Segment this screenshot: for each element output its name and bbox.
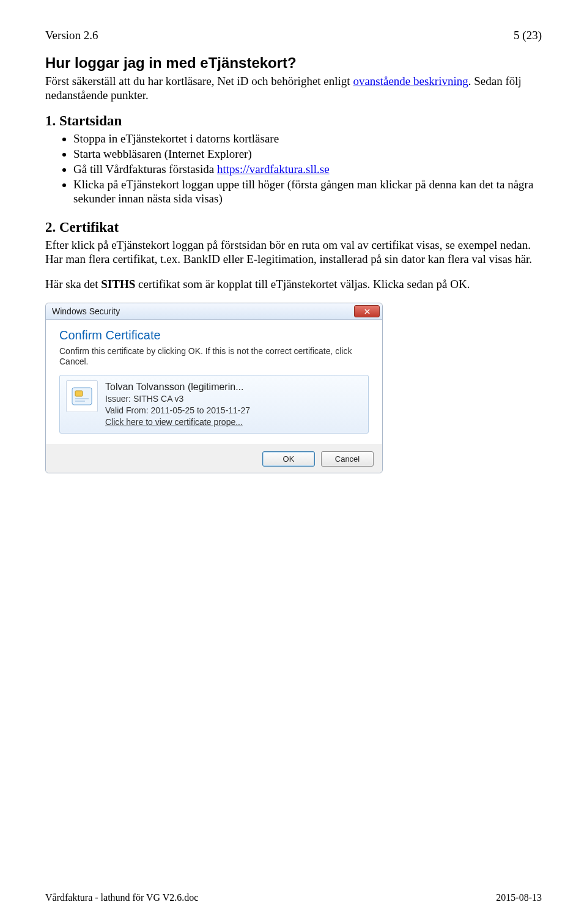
certificate-details: Tolvan Tolvansson (legitimerin... Issuer… xyxy=(105,380,250,428)
dialog-heading: Confirm Certificate xyxy=(59,328,369,342)
certificate-issuer: Issuer: SITHS CA v3 xyxy=(105,393,250,405)
dialog-titlebar: Windows Security xyxy=(46,303,382,320)
dialog-footer: OK Cancel xyxy=(46,445,382,473)
section-2-heading: 2. Certifikat xyxy=(45,220,542,235)
page-title: Hur loggar jag in med eTjänstekort? xyxy=(45,54,542,72)
windows-security-dialog: Windows Security Confirm Certificate Con… xyxy=(45,303,383,473)
certificate-name: Tolvan Tolvansson (legitimerin... xyxy=(105,380,250,394)
page-footer: Vårdfaktura - lathund för VG V2.6.doc 20… xyxy=(45,892,542,903)
siths-bold: SITHS xyxy=(101,278,135,290)
text: Här ska det xyxy=(45,278,101,290)
list-item: Starta webbläsaren (Internet Explorer) xyxy=(73,147,542,161)
section-1-heading: 1. Startsidan xyxy=(45,113,542,129)
svg-rect-3 xyxy=(75,401,85,402)
footer-right: 2015-08-13 xyxy=(496,892,542,903)
section-1-bullets: Stoppa in eTjänstekortet i datorns kortl… xyxy=(73,131,542,206)
section-2-para-1: Efter klick på eTjänstekort loggan på fö… xyxy=(45,238,542,266)
footer-left: Vårdfaktura - lathund för VG V2.6.doc xyxy=(45,892,198,903)
list-item: Stoppa in eTjänstekortet i datorns kortl… xyxy=(73,131,542,146)
list-item: Klicka på eTjänstekort loggan uppe till … xyxy=(73,177,542,207)
svg-rect-2 xyxy=(75,398,89,399)
dialog-title-text: Windows Security xyxy=(52,306,120,316)
intro-paragraph: Först säkerställ att du har kortläsare, … xyxy=(45,74,542,102)
intro-link[interactable]: ovanstående beskrivning xyxy=(353,75,468,87)
text: certifikat som är kopplat till eTjänstek… xyxy=(135,278,470,290)
ok-button[interactable]: OK xyxy=(262,451,315,467)
page-header: Version 2.6 5 (23) xyxy=(45,29,542,42)
close-icon xyxy=(364,306,370,316)
page-number: 5 (23) xyxy=(514,29,542,42)
bullet-text: Gå till Vårdfakturas förstasida xyxy=(73,163,217,176)
svg-rect-1 xyxy=(75,391,83,396)
view-certificate-link[interactable]: Click here to view certificate prope... xyxy=(105,417,243,427)
intro-text-1: Först säkerställ att du har kortläsare, … xyxy=(45,75,353,87)
cancel-button[interactable]: Cancel xyxy=(321,451,374,467)
certificate-valid: Valid From: 2011-05-25 to 2015-11-27 xyxy=(105,405,250,416)
dialog-body: Confirm Certificate Confirm this certifi… xyxy=(46,320,382,445)
certificate-icon xyxy=(66,380,98,412)
certificate-item[interactable]: Tolvan Tolvansson (legitimerin... Issuer… xyxy=(59,375,369,434)
section-2-para-2: Här ska det SITHS certifikat som är kopp… xyxy=(45,277,542,291)
vardfaktura-link[interactable]: https://vardfaktura.sll.se xyxy=(217,163,330,176)
version-label: Version 2.6 xyxy=(45,29,98,42)
dialog-message: Confirm this certificate by clicking OK.… xyxy=(59,346,369,368)
list-item: Gå till Vårdfakturas förstasida https://… xyxy=(73,162,542,177)
close-button[interactable] xyxy=(354,305,380,317)
